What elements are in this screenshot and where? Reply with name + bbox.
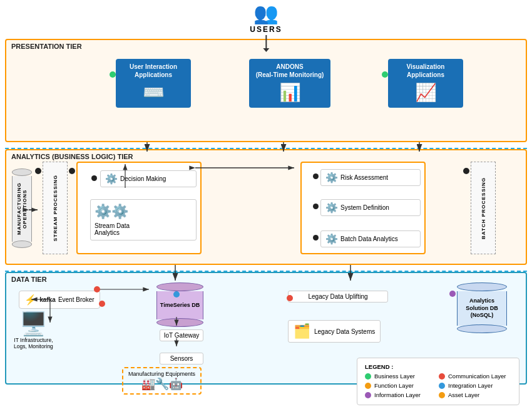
event-broker-label: Event Broker xyxy=(58,296,95,303)
function-layer-dot xyxy=(365,383,371,389)
gear-icon-risk: ⚙️ xyxy=(325,172,338,184)
manuf-equip-label: Manufacturing Equipments 🏭🔧🤖 xyxy=(122,367,202,395)
integration-layer-label: Integration Layer xyxy=(448,382,493,389)
risk-assessment-component: ⚙️ Risk Assessment xyxy=(320,169,421,186)
it-icon: 🖥️ xyxy=(14,311,53,337)
timeseries-db-label: TimeSeries DB xyxy=(156,291,203,319)
asset-layer-dot xyxy=(439,392,445,398)
user-interaction-label: User InteractionApplications xyxy=(122,63,185,79)
user-interaction-app: User InteractionApplications ⌨️ xyxy=(116,59,191,108)
function-layer-label: Function Layer xyxy=(374,382,414,389)
visualization-icon: 📈 xyxy=(394,81,457,104)
information-layer-dot xyxy=(365,392,371,398)
stream-data-analytics-component: ⚙️⚙️ Stream Data Analytics xyxy=(90,199,197,241)
kafka-label: kafka xyxy=(39,296,56,303)
it-infrastructure: 🖥️ IT Infrastructure, Logs, Monitoring xyxy=(14,311,53,349)
analytics-tier: ANALYTICS (BUSINESS LOGIC) TIER MANUFACT… xyxy=(5,149,527,265)
data-tier-label: DATA TIER xyxy=(11,276,47,283)
batch-data-label: Batch Data Analytics xyxy=(340,235,398,242)
communication-layer-label: Communication Layer xyxy=(448,373,506,380)
communication-layer-dot xyxy=(439,373,445,380)
it-label: IT Infrastructure, Logs, Monitoring xyxy=(14,337,53,349)
decision-making-component: ⚙️ Decision Making xyxy=(100,170,197,187)
gear-icon-stream: ⚙️⚙️ xyxy=(95,204,128,220)
integration-layer-dot xyxy=(439,383,445,389)
legend: LEGEND : Business Layer Communication La… xyxy=(357,358,519,405)
stream-processing-box: STREAM PROCESSING xyxy=(43,162,68,254)
andons-app: ANDONS(Real-Time Monitoring) 📊 xyxy=(249,59,330,108)
presentation-tier: PRESENTATION TIER User InteractionApplic… xyxy=(5,39,527,142)
analytics-tier-label: ANALYTICS (BUSINESS LOGIC) TIER xyxy=(11,153,133,160)
users-section: 👥 USERS xyxy=(250,1,282,49)
legacy-systems-label: Legacy Data Systems xyxy=(314,328,375,335)
batch-processing-label: BATCH PROCESSING xyxy=(481,177,486,239)
analytics-solution-db: Analytics Solution DB (NoSQL) xyxy=(457,282,507,333)
business-layer-dot xyxy=(365,373,371,380)
manuf-equip-text: Manufacturing Equipments xyxy=(128,371,195,377)
sensors-label: Sensors xyxy=(170,355,193,362)
legend-function-layer: Function Layer xyxy=(365,382,437,389)
kafka-logo: ⚡ xyxy=(24,294,37,306)
sensors: Sensors xyxy=(160,353,203,365)
batch-processing-box: BATCH PROCESSING xyxy=(471,162,496,254)
diagram-container: 👥 USERS PRESENTATION TIER User Interacti… xyxy=(0,0,532,419)
legend-integration-layer: Integration Layer xyxy=(439,382,511,389)
analytics-db-label: Analytics Solution DB (NoSQL) xyxy=(457,291,507,326)
visualization-label: VisualizationApplications xyxy=(394,63,457,79)
andons-icon: 📊 xyxy=(255,81,324,104)
manufacturing-equipments: Manufacturing Equipments 🏭🔧🤖 xyxy=(122,367,202,395)
iot-gateway-label: IoT Gateway xyxy=(164,332,200,339)
andons-label: ANDONS(Real-Time Monitoring) xyxy=(255,63,324,79)
risk-assessment-label: Risk Assessment xyxy=(340,174,388,181)
analytics-left-box: ⚙️ Decision Making ⚙️⚙️ Stream Data Anal… xyxy=(76,162,202,254)
user-interaction-icon: ⌨️ xyxy=(122,81,185,104)
batch-data-analytics-component: ⚙️ Batch Data Analytics xyxy=(320,230,421,247)
manuf-equip-icons: 🏭🔧🤖 xyxy=(128,377,195,391)
stream-data-label: Stream Data Analytics xyxy=(95,222,130,236)
legacy-uplifting-label: Legacy Data Uplifting xyxy=(308,293,367,300)
decision-making-label: Decision Making xyxy=(120,175,166,182)
legacy-data-uplifting: Legacy Data Uplifting xyxy=(288,291,388,303)
users-icon: 👥 xyxy=(253,1,279,25)
visualization-app: VisualizationApplications 📈 xyxy=(388,59,463,108)
gear-icon-system: ⚙️ xyxy=(325,202,338,214)
legend-business-layer: Business Layer xyxy=(365,373,437,380)
analytics-right-box: ⚙️ Risk Assessment ⚙️ System Definition … xyxy=(300,162,426,254)
gear-icon-decision: ⚙️ xyxy=(105,173,118,185)
information-layer-label: Information Layer xyxy=(374,391,421,398)
legend-information-layer: Information Layer xyxy=(365,391,437,398)
manufacturing-operations: MANUFACTURING OPERATIONS xyxy=(10,163,34,254)
kafka-event-broker: ⚡ kafka Event Broker xyxy=(19,291,100,309)
legend-title: LEGEND : xyxy=(365,363,511,370)
asset-layer-label: Asset Layer xyxy=(448,391,479,398)
legend-asset-layer: Asset Layer xyxy=(439,391,511,398)
system-definition-label: System Definition xyxy=(340,204,389,211)
timeseries-db: TimeSeries DB xyxy=(156,282,203,327)
business-layer-label: Business Layer xyxy=(374,373,415,380)
system-definition-component: ⚙️ System Definition xyxy=(320,199,421,216)
iot-gateway: IoT Gateway xyxy=(160,329,203,341)
presentation-tier-label: PRESENTATION TIER xyxy=(11,43,82,50)
users-label: USERS xyxy=(250,25,282,34)
manufacturing-ops-label: MANUFACTURING OPERATIONS xyxy=(16,176,28,242)
stream-processing-label: STREAM PROCESSING xyxy=(53,175,58,241)
legend-communication-layer: Communication Layer xyxy=(439,373,511,380)
gear-icon-batch: ⚙️ xyxy=(325,233,338,245)
legacy-data-systems: 🗂️ Legacy Data Systems xyxy=(288,320,381,343)
legacy-systems-icon: 🗂️ xyxy=(294,323,310,339)
